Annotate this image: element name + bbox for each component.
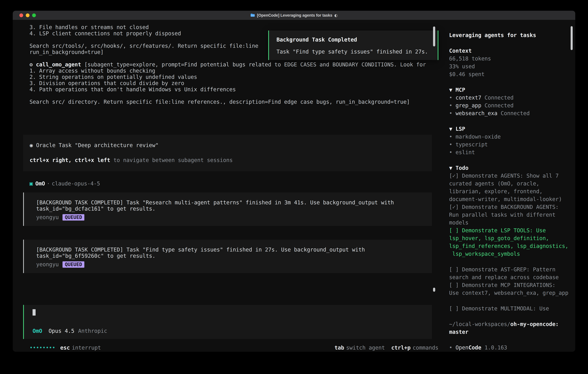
text-segment: run_in_background=true] [30,49,104,55]
prompt-input[interactable] [32,309,432,316]
terminal-line: 3. Division operations that could divide… [30,80,443,86]
sidebar-line: lsp_find_references, lsp_diagnostics, [449,242,571,250]
terminal-line: ⚙ call_omo_agent [subagent_type=explore,… [30,62,443,68]
text-segment: • [449,149,456,156]
text-segment: 2. String operations on potentially unde… [30,74,197,80]
model-name: Opus 4.5 [49,328,74,334]
sidebar-line: ~/local-workspaces/oh-my-opencode: [449,320,571,328]
background-task-message: [BACKGROUND TASK COMPLETED] Task "Find t… [23,240,432,273]
agent-checkbox-icon: ▣ [30,180,33,187]
text-segment: 4. Path operations that don't handle Win… [30,86,236,93]
text-segment: Leveraging agents for tasks [449,32,536,38]
text-segment: models [449,219,469,226]
sidebar: Leveraging agents for tasksContext66,518… [443,20,575,352]
message-meta: yeongyu QUEUED [36,261,426,268]
tab-action-label: switch agent [346,345,385,351]
text-segment: Connected [497,110,530,116]
text-segment: Search src/ directory. Return specific f… [30,99,410,105]
title-activity-icon: ◐ [334,13,338,18]
activity-dots: •••••••• [30,345,55,351]
terminal-line: Search src/ directory. Return specific f… [30,99,443,105]
text-segment: document-writer, multimodal-looker) [449,196,562,202]
agent-name: OmO [35,180,45,187]
sidebar-content: Leveraging agents for tasksContext66,518… [449,31,571,352]
close-window-button[interactable] [19,13,23,17]
text-segment: 3. File handles or streams not closed [30,24,149,30]
text-segment: ▼ MCP [449,87,465,93]
sidebar-scrollbar-thumb[interactable] [571,26,573,50]
message-line: task_id="bg_dcfac161" to get results. [36,206,426,212]
agent-separator: · [47,180,50,187]
text-segment: lsp_hover, lsp_goto_definition, [449,235,549,241]
sidebar-line: librarian, explore, frontend, [449,187,571,195]
text-segment: Code [469,344,481,351]
minimize-window-button[interactable] [26,13,30,17]
text-segment: • [449,110,456,116]
text-segment: Connected [481,102,514,109]
sidebar-line: ▼ MCP [449,86,571,94]
queued-badge: QUEUED [63,214,84,220]
background-task-toast[interactable]: Background Task Completed Task "Find typ… [268,31,438,60]
window-content: 3. File handles or streams not closed4. … [13,20,575,352]
toast-title: Background Task Completed [276,37,430,43]
text-segment: 1.0.163 [481,344,507,351]
text-segment: $0.46 spent [449,71,484,77]
message-line: task_id="bg_6f59260c" to get results. [36,253,426,259]
text-segment: oh-my-opencode: [510,321,559,327]
model-provider: Anthropic [78,328,107,334]
message-author: yeongyu [36,214,59,220]
text-segment: 3. Division operations that could divide… [30,80,184,86]
text-segment: 4. LSP client connections not properly d… [30,30,181,37]
text-segment: [✓] Demonstrate AGENTS: Show all 7 [449,173,559,179]
window-title: [OpenCode] Leveraging agents for tasks [257,13,332,18]
text-segment: Search src/tools/, src/hooks/, src/featu… [30,43,258,49]
sidebar-line: [✓] Demonstrate AGENTS: Show all 7 [449,172,571,180]
sidebar-line [449,117,571,125]
message-line: [BACKGROUND TASK COMPLETED] Task "Resear… [36,199,426,206]
text-segment: [ ] Demonstrate MCP INTEGRATIONS: [449,282,556,288]
sidebar-line: master [449,328,571,336]
chat-area: 3. File handles or streams not closed4. … [13,20,443,352]
scrollbar-thumb[interactable] [433,288,435,292]
sidebar-line: lsp_workspace_symbols [449,250,571,258]
sidebar-line: ▼ Todo [449,164,571,172]
sidebar-line: • markdown-oxide [449,133,571,141]
terminal-line: 1. Array access without bounds checking [30,68,443,74]
agent-header: ▣OmO·claude-opus-4-5 [30,180,443,187]
titlebar[interactable]: [OpenCode] Leveraging agents for tasks ◐ [13,11,575,20]
model-info-row: OmOOpus 4.5Anthropic [32,328,432,334]
oracle-task-header: ◉ Oracle Task "Deep architecture review" [30,142,425,148]
text-segment: search and replace across codebase [449,274,559,280]
text-segment: 1. Array access without bounds checking [30,68,155,74]
oracle-hint-keys: ctrl+x right, ctrl+x left [30,157,110,163]
sidebar-line: curated agents (OmO, oracle, [449,180,571,187]
zoom-window-button[interactable] [32,13,36,17]
toast-body: Task "Find type safety issues" finished … [276,49,430,55]
text-segment: ▼ Todo [449,165,469,171]
text-segment: [ ] Demonstrate LSP TOOLS: Use [449,227,546,234]
text-segment: • [449,344,456,351]
active-agent-name: OmO [32,328,42,334]
text-segment: librarian, explore, frontend, [449,188,543,195]
text-segment: ~/local-workspaces/ [449,321,510,327]
text-segment: Connected [481,94,514,101]
scrollbar-thumb[interactable] [433,26,435,46]
sidebar-line: [ ] Demonstrate AST-GREP: Pattern [449,266,571,273]
sidebar-line: $0.46 spent [449,71,571,78]
text-cursor [32,309,36,316]
agent-model: claude-opus-4-5 [52,180,100,187]
sidebar-line: • typescript [449,141,571,148]
sidebar-line: • context7 Connected [449,94,571,102]
text-segment: master [449,329,469,335]
sidebar-line [449,336,571,344]
sidebar-line: [ ] Demonstrate LSP TOOLS: Use [449,227,571,234]
status-left: ••••••••escinterrupt [30,345,101,351]
sidebar-line: document-writer, multimodal-looker) [449,195,571,203]
text-segment: [ ] Demonstrate MULTIMODAL: Use [449,305,549,312]
status-right: tabswitch agentctrl+pcommands [335,345,438,351]
text-segment: Open [456,344,469,351]
text-segment: Use context7, websearch_exa, grep_app [449,290,568,296]
prompt-input-panel[interactable]: OmOOpus 4.5Anthropic [23,305,432,339]
sidebar-line [449,312,571,320]
sidebar-line: Use context7, websearch_exa, grep_app [449,289,571,297]
